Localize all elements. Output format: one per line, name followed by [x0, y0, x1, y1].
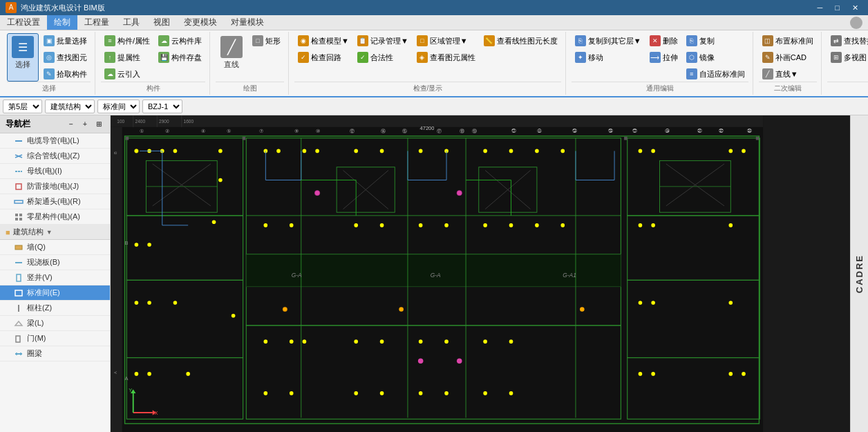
sidebar-item-beam[interactable]: 梁(L) — [0, 316, 110, 331]
svg-point-119 — [419, 149, 423, 153]
svg-point-126 — [509, 149, 513, 153]
btn-legality[interactable]: ✓ 合法性 — [354, 50, 412, 65]
sidebar-item-lintel[interactable]: 圈梁 — [0, 346, 110, 361]
btn-multiview[interactable]: ⊞ 多视图 — [827, 50, 868, 65]
btn-mirror[interactable]: ⬡ 镜像 — [683, 50, 748, 65]
canvas-area[interactable]: CADRE 100 2400 2900 1600 ① ② ④ ⑤ ⑦ ⑨ ⑩ ⑫… — [111, 115, 868, 432]
btn-extract-attr[interactable]: ↑ 提属性 — [101, 50, 153, 65]
cloud-lib-icon: ☁ — [158, 35, 169, 46]
user-avatar — [850, 17, 862, 29]
menu-view[interactable]: 视图 — [147, 15, 177, 30]
menu-tools[interactable]: 工具 — [116, 15, 147, 30]
sidebar-icon-grid[interactable]: ⊞ — [93, 119, 104, 130]
btn-cloud-import[interactable]: ☁ 云引入 — [101, 66, 153, 82]
btn-straight-line[interactable]: ╱ 直线▼ — [759, 66, 817, 82]
sidebar-item-standard-room[interactable]: 标准间(E) — [0, 285, 110, 301]
svg-rect-67 — [246, 254, 621, 287]
btn-cloud-lib[interactable]: ☁ 云构件库 — [155, 33, 205, 48]
btn-select[interactable]: ☰ 选择 — [7, 33, 39, 82]
edit-col3: ⎘ 复制 ⬡ 镜像 ≡ 自适应标准间 — [683, 33, 748, 82]
menu-project-settings[interactable]: 工程设置 — [0, 15, 47, 30]
sidebar-section-electrical: 电缆导管(电)(L) 综合管线(电)(Z) 母线(电)(I) 防雷接地(电)(J… — [0, 133, 110, 225]
svg-rect-10 — [15, 245, 22, 250]
close-btn[interactable]: ✕ — [848, 3, 862, 12]
sidebar-icon-minus[interactable]: − — [66, 119, 77, 130]
btn-view-element-attr[interactable]: ◈ 查看图元属性 — [413, 50, 479, 65]
layer-select[interactable]: 第5层 — [3, 100, 42, 113]
svg-point-99 — [135, 372, 139, 376]
svg-text:㉔: ㉔ — [572, 128, 577, 134]
svg-point-149 — [729, 149, 733, 153]
svg-point-154 — [729, 301, 733, 305]
sidebar-item-lightning-ground[interactable]: 防雷接地(电)(J) — [0, 179, 110, 194]
btn-save-component[interactable]: 💾 构件存盘 — [155, 50, 205, 65]
sidebar-item-door[interactable]: 门(M) — [0, 331, 110, 346]
btn-region-mgmt[interactable]: □ 区域管理▼ — [413, 33, 479, 48]
sidebar-item-cast-slab[interactable]: 现浇板(B) — [0, 255, 110, 270]
svg-point-116 — [290, 391, 294, 395]
minimize-btn[interactable]: ─ — [813, 3, 827, 12]
svg-text:⑦: ⑦ — [259, 128, 263, 134]
btn-copy[interactable]: ⎘ 复制 — [683, 33, 748, 48]
sidebar-item-vertical-shaft[interactable]: 竖井(V) — [0, 270, 110, 285]
svg-rect-4 — [16, 184, 21, 189]
btn-add-cad[interactable]: ✎ 补画CAD — [759, 50, 817, 65]
btn-copy-to-floor[interactable]: ⎘ 复制到其它层▼ — [572, 33, 645, 48]
menu-change-module[interactable]: 变更模块 — [177, 15, 224, 30]
building-section-header[interactable]: ■ 建筑结构 ▼ — [0, 225, 110, 240]
btn-line[interactable]: ╱ 直线 — [216, 33, 247, 82]
sidebar-item-busbar[interactable]: 母线(电)(I) — [0, 164, 110, 179]
btn-stretch[interactable]: ⟶ 拉伸 — [646, 50, 681, 65]
svg-point-117 — [354, 149, 358, 153]
sidebar-item-wall[interactable]: 墙(Q) — [0, 240, 110, 255]
sidebar-item-misc-component[interactable]: 零星构件(电)(A) — [0, 209, 110, 225]
save-component-icon: 💾 — [158, 52, 169, 63]
btn-check-model[interactable]: ◉ 检查模型▼ — [294, 33, 352, 48]
btn-adaptive-std[interactable]: ≡ 自适应标准间 — [683, 66, 748, 82]
maximize-btn[interactable]: □ — [831, 3, 844, 12]
btn-record-mgmt[interactable]: 📋 记录管理▼ — [354, 33, 412, 48]
sidebar-item-cable-conduit[interactable]: 电缆导管(电)(L) — [0, 133, 110, 149]
menu-measure-module[interactable]: 对量模块 — [224, 15, 271, 30]
menu-draw[interactable]: 绘制 — [47, 15, 77, 30]
floor-plan-svg[interactable]: 100 2400 2900 1600 ① ② ④ ⑤ ⑦ ⑨ ⑩ ⑫ ⑭ ⑮ ⑰… — [111, 115, 850, 432]
btn-move[interactable]: ✦ 移动 — [572, 50, 645, 65]
svg-text:A: A — [113, 371, 117, 374]
btn-rectangle[interactable]: □ 矩形 — [249, 33, 284, 48]
btn-component-attr[interactable]: ≡ 构件/属性 — [101, 33, 153, 48]
btn-delete[interactable]: ✕ 删除 — [646, 33, 681, 48]
btn-batch-select[interactable]: ▣ 批量选择 — [40, 33, 91, 48]
edit-col1: ⎘ 复制到其它层▼ ✦ 移动 — [572, 33, 645, 82]
building-section-icon: ■ — [6, 228, 10, 236]
svg-point-93 — [173, 149, 178, 153]
svg-point-127 — [535, 149, 539, 153]
check-col1: ◉ 检查模型▼ ✓ 检查回路 — [294, 33, 352, 82]
svg-point-104 — [218, 178, 223, 182]
svg-rect-6 — [15, 214, 18, 216]
btn-view-line-length[interactable]: 📏 查看线性图元长度 — [480, 33, 561, 48]
btn-layout-std[interactable]: ◫ 布置标准间 — [759, 33, 817, 48]
svg-point-105 — [232, 314, 236, 318]
svg-point-121 — [354, 223, 358, 227]
sidebar-item-bridge-connector[interactable]: 桥架通头(电)(R) — [0, 194, 110, 209]
room-select[interactable]: 标准间 — [97, 100, 140, 113]
btn-check-circuit[interactable]: ✓ 检查回路 — [294, 50, 352, 65]
svg-text:②: ② — [165, 128, 169, 134]
edit-group-label: 通用编辑 — [572, 82, 748, 93]
svg-point-128 — [560, 149, 565, 153]
menu-quantities[interactable]: 工程量 — [77, 15, 116, 30]
sidebar-item-combined-pipeline[interactable]: 综合管线(电)(Z) — [0, 149, 110, 164]
line-icon: ╱ — [220, 36, 243, 58]
sidebar-icon-plus[interactable]: + — [79, 119, 91, 130]
structure-select[interactable]: 建筑结构 — [45, 100, 95, 113]
btn-find-element[interactable]: ◎ 查找图元 — [40, 50, 91, 65]
btn-find-replace[interactable]: ⇄ 查找替换 — [827, 33, 868, 48]
legality-icon: ✓ — [357, 52, 368, 63]
svg-text:100: 100 — [117, 119, 124, 124]
lintel-icon — [14, 349, 23, 359]
btn-pick-component[interactable]: ✎ 拾取构件 — [40, 66, 91, 82]
svg-text:①: ① — [140, 128, 144, 134]
code-select[interactable]: BZJ-1 — [142, 100, 182, 113]
svg-text:B: B — [125, 240, 129, 246]
sidebar-item-frame-column[interactable]: 框柱(Z) — [0, 301, 110, 316]
